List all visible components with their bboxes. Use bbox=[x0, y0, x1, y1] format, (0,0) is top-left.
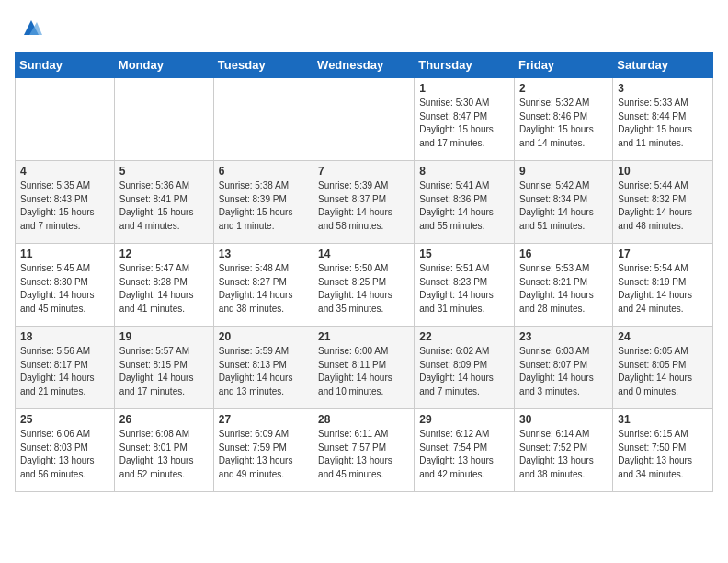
day-number: 30 bbox=[519, 413, 608, 426]
calendar-cell: 1Sunrise: 5:30 AM Sunset: 8:47 PM Daylig… bbox=[415, 78, 515, 161]
day-info: Sunrise: 5:30 AM Sunset: 8:47 PM Dayligh… bbox=[419, 97, 509, 150]
day-number: 11 bbox=[20, 247, 109, 260]
day-info: Sunrise: 6:14 AM Sunset: 7:52 PM Dayligh… bbox=[519, 428, 608, 481]
day-info: Sunrise: 5:32 AM Sunset: 8:46 PM Dayligh… bbox=[519, 97, 608, 150]
calendar-cell: 14Sunrise: 5:50 AM Sunset: 8:25 PM Dayli… bbox=[313, 244, 415, 327]
calendar-cell: 9Sunrise: 5:42 AM Sunset: 8:34 PM Daylig… bbox=[515, 161, 613, 244]
calendar-header-row: SundayMondayTuesdayWednesdayThursdayFrid… bbox=[16, 52, 713, 78]
calendar-cell: 13Sunrise: 5:48 AM Sunset: 8:27 PM Dayli… bbox=[213, 244, 313, 327]
day-info: Sunrise: 5:53 AM Sunset: 8:21 PM Dayligh… bbox=[519, 262, 608, 316]
calendar-cell: 30Sunrise: 6:14 AM Sunset: 7:52 PM Dayli… bbox=[515, 409, 613, 492]
calendar-week-row: 18Sunrise: 5:56 AM Sunset: 8:17 PM Dayli… bbox=[16, 327, 713, 409]
calendar-cell: 31Sunrise: 6:15 AM Sunset: 7:50 PM Dayli… bbox=[613, 409, 713, 492]
weekday-header-friday: Friday bbox=[515, 52, 613, 78]
day-number: 4 bbox=[20, 165, 109, 178]
day-info: Sunrise: 5:41 AM Sunset: 8:36 PM Dayligh… bbox=[419, 179, 509, 233]
page-header bbox=[15, 15, 713, 40]
day-info: Sunrise: 6:08 AM Sunset: 8:01 PM Dayligh… bbox=[119, 428, 209, 481]
day-number: 18 bbox=[20, 330, 109, 343]
calendar-cell: 25Sunrise: 6:06 AM Sunset: 8:03 PM Dayli… bbox=[16, 409, 115, 492]
calendar-cell: 4Sunrise: 5:35 AM Sunset: 8:43 PM Daylig… bbox=[16, 161, 115, 244]
logo-icon bbox=[18, 15, 44, 40]
day-number: 14 bbox=[318, 247, 409, 260]
calendar-cell: 23Sunrise: 6:03 AM Sunset: 8:07 PM Dayli… bbox=[515, 327, 613, 409]
calendar-cell bbox=[16, 78, 115, 161]
day-info: Sunrise: 5:45 AM Sunset: 8:30 PM Dayligh… bbox=[20, 262, 109, 316]
day-number: 28 bbox=[318, 413, 409, 426]
day-info: Sunrise: 6:00 AM Sunset: 8:11 PM Dayligh… bbox=[318, 345, 409, 398]
day-info: Sunrise: 5:51 AM Sunset: 8:23 PM Dayligh… bbox=[419, 262, 509, 316]
day-number: 8 bbox=[419, 165, 509, 178]
day-info: Sunrise: 5:57 AM Sunset: 8:15 PM Dayligh… bbox=[119, 345, 209, 398]
day-number: 16 bbox=[519, 247, 608, 260]
weekday-header-wednesday: Wednesday bbox=[313, 52, 415, 78]
day-number: 21 bbox=[318, 330, 409, 343]
day-number: 3 bbox=[618, 82, 708, 95]
calendar-cell: 11Sunrise: 5:45 AM Sunset: 8:30 PM Dayli… bbox=[16, 244, 115, 327]
calendar-cell: 16Sunrise: 5:53 AM Sunset: 8:21 PM Dayli… bbox=[515, 244, 613, 327]
day-number: 7 bbox=[318, 165, 409, 178]
day-info: Sunrise: 5:47 AM Sunset: 8:28 PM Dayligh… bbox=[119, 262, 209, 316]
calendar-cell: 17Sunrise: 5:54 AM Sunset: 8:19 PM Dayli… bbox=[613, 244, 713, 327]
calendar-cell: 2Sunrise: 5:32 AM Sunset: 8:46 PM Daylig… bbox=[515, 78, 613, 161]
calendar-cell: 28Sunrise: 6:11 AM Sunset: 7:57 PM Dayli… bbox=[313, 409, 415, 492]
weekday-header-saturday: Saturday bbox=[613, 52, 713, 78]
calendar-cell: 20Sunrise: 5:59 AM Sunset: 8:13 PM Dayli… bbox=[213, 327, 313, 409]
calendar-cell: 12Sunrise: 5:47 AM Sunset: 8:28 PM Dayli… bbox=[114, 244, 213, 327]
day-number: 23 bbox=[519, 330, 608, 343]
day-number: 13 bbox=[219, 247, 308, 260]
calendar-week-row: 25Sunrise: 6:06 AM Sunset: 8:03 PM Dayli… bbox=[16, 409, 713, 492]
day-info: Sunrise: 6:03 AM Sunset: 8:07 PM Dayligh… bbox=[519, 345, 608, 398]
calendar-week-row: 1Sunrise: 5:30 AM Sunset: 8:47 PM Daylig… bbox=[16, 78, 713, 161]
day-number: 1 bbox=[419, 82, 509, 95]
day-number: 31 bbox=[618, 413, 708, 426]
calendar-cell: 24Sunrise: 6:05 AM Sunset: 8:05 PM Dayli… bbox=[613, 327, 713, 409]
weekday-header-monday: Monday bbox=[114, 52, 213, 78]
day-number: 5 bbox=[119, 165, 209, 178]
calendar-cell: 8Sunrise: 5:41 AM Sunset: 8:36 PM Daylig… bbox=[415, 161, 515, 244]
calendar-cell: 7Sunrise: 5:39 AM Sunset: 8:37 PM Daylig… bbox=[313, 161, 415, 244]
day-info: Sunrise: 5:39 AM Sunset: 8:37 PM Dayligh… bbox=[318, 179, 409, 233]
weekday-header-sunday: Sunday bbox=[16, 52, 115, 78]
day-info: Sunrise: 5:54 AM Sunset: 8:19 PM Dayligh… bbox=[618, 262, 708, 316]
calendar-cell bbox=[213, 78, 313, 161]
calendar-cell bbox=[313, 78, 415, 161]
day-number: 22 bbox=[419, 330, 509, 343]
calendar-week-row: 4Sunrise: 5:35 AM Sunset: 8:43 PM Daylig… bbox=[16, 161, 713, 244]
day-number: 26 bbox=[119, 413, 209, 426]
day-info: Sunrise: 6:05 AM Sunset: 8:05 PM Dayligh… bbox=[618, 345, 708, 398]
day-info: Sunrise: 5:35 AM Sunset: 8:43 PM Dayligh… bbox=[20, 179, 109, 233]
day-number: 24 bbox=[618, 330, 708, 343]
day-number: 2 bbox=[519, 82, 608, 95]
weekday-header-tuesday: Tuesday bbox=[213, 52, 313, 78]
day-info: Sunrise: 6:02 AM Sunset: 8:09 PM Dayligh… bbox=[419, 345, 509, 398]
day-number: 27 bbox=[219, 413, 308, 426]
day-number: 20 bbox=[219, 330, 308, 343]
day-number: 17 bbox=[618, 247, 708, 260]
day-info: Sunrise: 5:38 AM Sunset: 8:39 PM Dayligh… bbox=[219, 179, 308, 233]
day-info: Sunrise: 5:59 AM Sunset: 8:13 PM Dayligh… bbox=[219, 345, 308, 398]
calendar-cell: 15Sunrise: 5:51 AM Sunset: 8:23 PM Dayli… bbox=[415, 244, 515, 327]
day-number: 29 bbox=[419, 413, 509, 426]
day-info: Sunrise: 5:42 AM Sunset: 8:34 PM Dayligh… bbox=[519, 179, 608, 233]
calendar-cell: 29Sunrise: 6:12 AM Sunset: 7:54 PM Dayli… bbox=[415, 409, 515, 492]
day-number: 25 bbox=[20, 413, 109, 426]
calendar-cell: 22Sunrise: 6:02 AM Sunset: 8:09 PM Dayli… bbox=[415, 327, 515, 409]
calendar-week-row: 11Sunrise: 5:45 AM Sunset: 8:30 PM Dayli… bbox=[16, 244, 713, 327]
day-info: Sunrise: 6:11 AM Sunset: 7:57 PM Dayligh… bbox=[318, 428, 409, 481]
calendar-cell bbox=[114, 78, 213, 161]
calendar-cell: 26Sunrise: 6:08 AM Sunset: 8:01 PM Dayli… bbox=[114, 409, 213, 492]
calendar-table: SundayMondayTuesdayWednesdayThursdayFrid… bbox=[15, 52, 713, 492]
day-info: Sunrise: 5:33 AM Sunset: 8:44 PM Dayligh… bbox=[618, 97, 708, 150]
day-info: Sunrise: 6:09 AM Sunset: 7:59 PM Dayligh… bbox=[219, 428, 308, 481]
day-number: 9 bbox=[519, 165, 608, 178]
day-number: 15 bbox=[419, 247, 509, 260]
logo bbox=[15, 15, 44, 40]
day-number: 19 bbox=[119, 330, 209, 343]
day-info: Sunrise: 5:56 AM Sunset: 8:17 PM Dayligh… bbox=[20, 345, 109, 398]
calendar-cell: 3Sunrise: 5:33 AM Sunset: 8:44 PM Daylig… bbox=[613, 78, 713, 161]
day-info: Sunrise: 6:12 AM Sunset: 7:54 PM Dayligh… bbox=[419, 428, 509, 481]
weekday-header-thursday: Thursday bbox=[415, 52, 515, 78]
day-info: Sunrise: 5:48 AM Sunset: 8:27 PM Dayligh… bbox=[219, 262, 308, 316]
day-number: 12 bbox=[119, 247, 209, 260]
